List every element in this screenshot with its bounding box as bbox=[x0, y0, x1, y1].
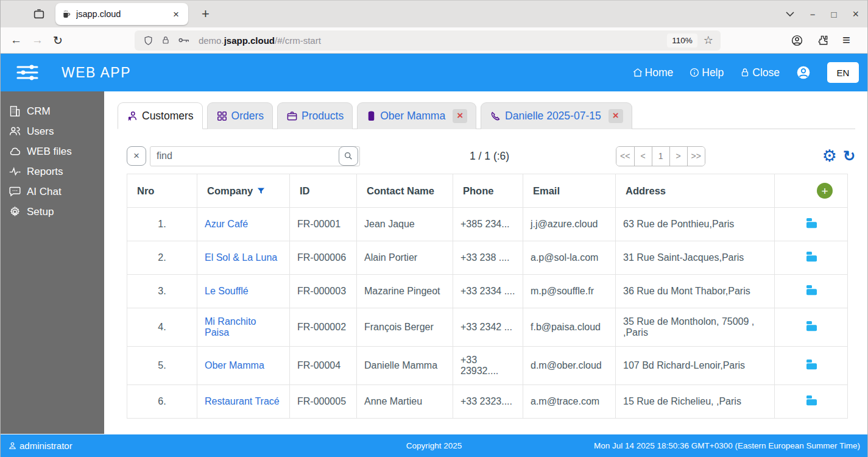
tab-orders[interactable]: Orders bbox=[207, 102, 273, 129]
close-tab-icon[interactable]: × bbox=[609, 109, 623, 122]
language-button[interactable]: EN bbox=[827, 62, 859, 83]
folder-icon bbox=[803, 283, 819, 297]
company-link[interactable]: El Sol & La Luna bbox=[205, 252, 277, 263]
settings-gear-icon[interactable]: ⚙ bbox=[822, 148, 837, 165]
open-folder-button[interactable] bbox=[803, 249, 819, 264]
new-tab-button[interactable]: + bbox=[197, 6, 214, 22]
company-link[interactable]: Azur Café bbox=[205, 219, 248, 229]
find-group bbox=[150, 146, 360, 166]
page-info: 1 / 1 (:6) bbox=[470, 150, 509, 163]
sidebar-item-users[interactable]: Users bbox=[1, 121, 104, 141]
zoom-level-badge[interactable]: 110% bbox=[667, 34, 697, 48]
tab-customers[interactable]: Customers bbox=[118, 102, 203, 129]
prev-page-button[interactable]: < bbox=[634, 147, 652, 166]
sidebar-item-setup[interactable]: Setup bbox=[1, 202, 104, 222]
close-tab-icon[interactable]: × bbox=[453, 109, 467, 122]
cell-phone: +33 2323.... bbox=[453, 385, 523, 419]
folder-icon bbox=[803, 249, 819, 264]
search-button[interactable] bbox=[339, 146, 358, 166]
search-input[interactable] bbox=[150, 146, 360, 166]
company-link[interactable]: Mi Ranchito Paisa bbox=[205, 316, 256, 338]
sidebar-item-crm[interactable]: CRM bbox=[1, 101, 104, 121]
cell-contact: Jean Jaque bbox=[357, 208, 453, 241]
next-page-button[interactable]: > bbox=[669, 147, 687, 166]
close-session-link[interactable]: Close bbox=[739, 66, 780, 79]
open-folder-button[interactable] bbox=[803, 393, 819, 408]
tab-ober-mamma[interactable]: Ober Mamma × bbox=[357, 102, 476, 129]
open-folder-button[interactable] bbox=[803, 283, 819, 297]
cell-address: 36 Rue du Mont Thabor,Paris bbox=[616, 275, 775, 308]
clear-search-button[interactable]: × bbox=[127, 146, 146, 166]
padlock-icon bbox=[739, 67, 750, 78]
reload-button[interactable]: ↻ bbox=[53, 34, 63, 48]
browser-tab[interactable]: jsapp.cloud × bbox=[55, 3, 188, 25]
cell-phone: +33 2342 ... bbox=[453, 308, 523, 347]
refresh-icon[interactable]: ↻ bbox=[843, 149, 855, 163]
firefox-view-icon[interactable] bbox=[29, 5, 49, 23]
first-page-button[interactable]: << bbox=[616, 147, 634, 166]
open-folder-button[interactable] bbox=[803, 357, 819, 372]
browser-tab-close-icon[interactable]: × bbox=[170, 8, 182, 21]
lock-icon[interactable] bbox=[161, 35, 171, 45]
col-header-nro: Nro bbox=[127, 174, 197, 208]
footer-copyright: Copyright 2025 bbox=[406, 441, 462, 450]
chrome-action-icons: ≡ bbox=[791, 32, 850, 48]
last-page-button[interactable]: >> bbox=[687, 147, 705, 166]
help-link[interactable]: Help bbox=[689, 66, 724, 79]
tab-list-chevron-icon[interactable] bbox=[786, 12, 794, 17]
forward-button[interactable]: → bbox=[32, 34, 43, 47]
company-link[interactable]: Ober Mamma bbox=[205, 360, 264, 370]
search-icon bbox=[344, 151, 353, 161]
sidebar-label: AI Chat bbox=[27, 186, 62, 198]
back-button[interactable]: ← bbox=[10, 34, 22, 47]
user-account-icon[interactable] bbox=[796, 65, 811, 80]
company-link[interactable]: Restaurant Tracé bbox=[205, 396, 280, 406]
app-header: WEB APP Home Help Close bbox=[1, 54, 867, 91]
app-title: WEB APP bbox=[62, 65, 131, 81]
bookmark-star-icon[interactable]: ☆ bbox=[704, 34, 713, 47]
minimize-button[interactable]: − bbox=[810, 9, 816, 19]
sliders-menu-icon[interactable] bbox=[15, 63, 40, 82]
key-icon[interactable] bbox=[178, 35, 190, 45]
browser-tab-strip: jsapp.cloud × + − □ × bbox=[1, 0, 867, 27]
open-folder-button[interactable] bbox=[803, 319, 819, 333]
cell-id: FR-00001 bbox=[290, 208, 357, 241]
maximize-button[interactable]: □ bbox=[831, 9, 836, 19]
open-folder-button[interactable] bbox=[803, 216, 819, 230]
header-nav: Home Help Close EN bbox=[632, 62, 867, 83]
tab-products[interactable]: Products bbox=[277, 102, 353, 129]
sidebar-item-ai-chat[interactable]: AI Chat bbox=[1, 182, 104, 202]
window-controls: − □ × bbox=[786, 1, 859, 28]
sidebar-item-reports[interactable]: Reports bbox=[1, 161, 104, 182]
sidebar: CRM Users WEB files Reports bbox=[1, 91, 104, 434]
account-icon[interactable] bbox=[791, 34, 803, 47]
cell-email: j.j@azure.cloud bbox=[523, 208, 616, 241]
add-customer-button[interactable]: + bbox=[817, 183, 833, 199]
cell-id: FR-000005 bbox=[290, 385, 357, 419]
cloud-icon bbox=[9, 145, 21, 158]
home-link[interactable]: Home bbox=[632, 66, 674, 79]
current-page-button[interactable]: 1 bbox=[652, 147, 669, 166]
company-link[interactable]: Le Soufflé bbox=[205, 286, 249, 296]
toolbar: × 1 / 1 (:6) << < 1 > >> bbox=[127, 145, 855, 167]
tab-danielle[interactable]: Danielle 2025-07-15 × bbox=[481, 102, 632, 129]
cell-id: FR-000006 bbox=[290, 241, 357, 275]
sidebar-item-web-files[interactable]: WEB files bbox=[1, 141, 104, 161]
filter-icon[interactable] bbox=[256, 186, 266, 196]
cell-id: FR-000002 bbox=[290, 308, 357, 347]
cell-id: FR-000003 bbox=[290, 275, 357, 308]
cell-address: 63 Rue de Ponthieu,Paris bbox=[616, 208, 775, 241]
toolbar-icons: ⚙ ↻ bbox=[822, 148, 855, 165]
extensions-puzzle-icon[interactable] bbox=[817, 34, 829, 46]
shield-icon[interactable] bbox=[143, 35, 153, 46]
close-window-button[interactable]: × bbox=[852, 8, 859, 21]
phone-icon bbox=[490, 110, 501, 122]
folder-icon bbox=[803, 393, 819, 408]
sidebar-label: WEB files bbox=[27, 146, 72, 158]
url-bar[interactable]: demo.jsapp.cloud/#/crm-start 110% ☆ bbox=[135, 30, 721, 51]
cell-contact: Alain Portier bbox=[357, 241, 453, 275]
cell-email: a.p@sol-la.com bbox=[523, 241, 616, 275]
menu-hamburger-icon[interactable]: ≡ bbox=[842, 32, 850, 48]
col-header-company[interactable]: Company bbox=[197, 174, 290, 208]
browser-tab-title: jsapp.cloud bbox=[76, 9, 170, 19]
